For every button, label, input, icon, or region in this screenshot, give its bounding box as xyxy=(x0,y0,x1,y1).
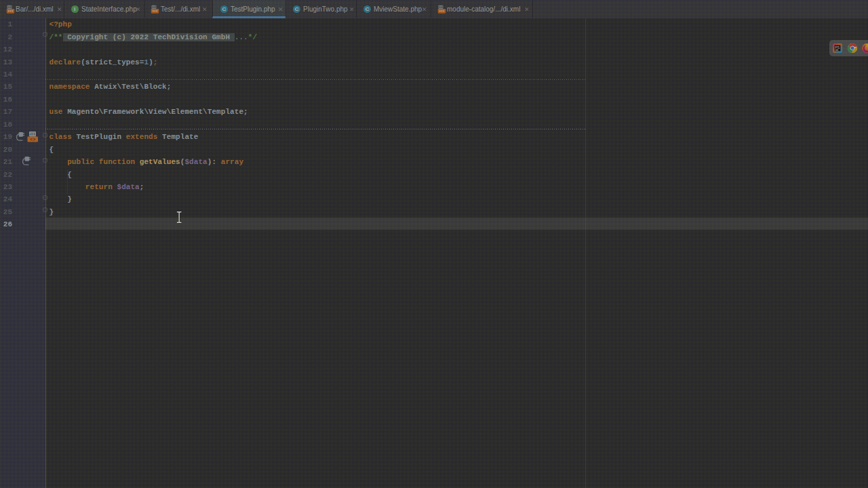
svg-text:<>: <> xyxy=(30,137,35,142)
svg-text:PS: PS xyxy=(835,45,840,49)
